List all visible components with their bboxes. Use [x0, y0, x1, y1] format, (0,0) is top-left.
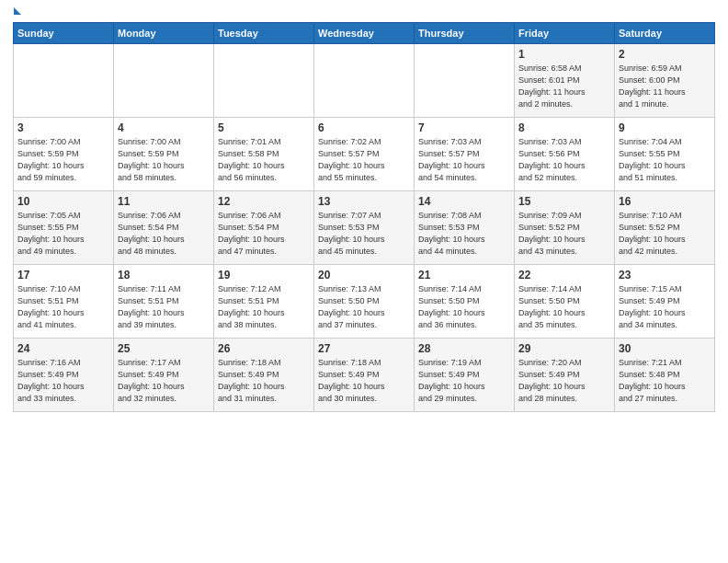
day-info: Sunrise: 7:03 AMSunset: 5:56 PMDaylight:… [518, 136, 610, 184]
day-info: Sunrise: 7:08 AMSunset: 5:53 PMDaylight:… [418, 210, 510, 258]
calendar-cell: 1Sunrise: 6:58 AMSunset: 6:01 PMDaylight… [515, 44, 615, 118]
day-number: 16 [619, 195, 711, 208]
day-info: Sunrise: 7:21 AMSunset: 5:48 PMDaylight:… [619, 357, 711, 405]
header [13, 9, 715, 15]
day-info: Sunrise: 7:09 AMSunset: 5:52 PMDaylight:… [518, 210, 610, 258]
day-number: 12 [218, 195, 310, 208]
day-number: 4 [118, 121, 210, 134]
day-info: Sunrise: 7:00 AMSunset: 5:59 PMDaylight:… [118, 136, 210, 184]
day-number: 18 [118, 269, 210, 282]
day-number: 30 [619, 342, 711, 355]
day-info: Sunrise: 7:01 AMSunset: 5:58 PMDaylight:… [218, 136, 310, 184]
calendar-cell [14, 44, 114, 118]
day-number: 8 [518, 121, 610, 134]
day-info: Sunrise: 7:18 AMSunset: 5:49 PMDaylight:… [218, 357, 310, 405]
day-info: Sunrise: 7:05 AMSunset: 5:55 PMDaylight:… [17, 210, 109, 258]
day-number: 15 [518, 195, 610, 208]
day-number: 24 [17, 342, 109, 355]
calendar-cell: 24Sunrise: 7:16 AMSunset: 5:49 PMDayligh… [14, 339, 114, 412]
calendar-cell: 20Sunrise: 7:13 AMSunset: 5:50 PMDayligh… [314, 265, 415, 339]
calendar-cell: 28Sunrise: 7:19 AMSunset: 5:49 PMDayligh… [415, 339, 515, 412]
day-number: 1 [518, 48, 610, 61]
calendar-cell: 10Sunrise: 7:05 AMSunset: 5:55 PMDayligh… [14, 191, 114, 265]
calendar-cell: 7Sunrise: 7:03 AMSunset: 5:57 PMDaylight… [415, 118, 515, 191]
day-info: Sunrise: 7:10 AMSunset: 5:52 PMDaylight:… [619, 210, 711, 258]
day-number: 25 [118, 342, 210, 355]
calendar-cell: 11Sunrise: 7:06 AMSunset: 5:54 PMDayligh… [114, 191, 214, 265]
col-header-thursday: Thursday [415, 23, 515, 44]
calendar-cell [214, 44, 314, 118]
day-info: Sunrise: 7:06 AMSunset: 5:54 PMDaylight:… [118, 210, 210, 258]
day-number: 20 [318, 269, 410, 282]
calendar-cell: 18Sunrise: 7:11 AMSunset: 5:51 PMDayligh… [114, 265, 214, 339]
day-number: 27 [318, 342, 410, 355]
col-header-tuesday: Tuesday [214, 23, 314, 44]
day-number: 21 [418, 269, 510, 282]
day-info: Sunrise: 6:59 AMSunset: 6:00 PMDaylight:… [619, 63, 711, 110]
day-info: Sunrise: 7:17 AMSunset: 5:49 PMDaylight:… [118, 357, 210, 405]
week-row-4: 17Sunrise: 7:10 AMSunset: 5:51 PMDayligh… [14, 265, 715, 339]
calendar-cell: 4Sunrise: 7:00 AMSunset: 5:59 PMDaylight… [114, 118, 214, 191]
day-info: Sunrise: 7:11 AMSunset: 5:51 PMDaylight:… [118, 283, 210, 331]
calendar-cell: 21Sunrise: 7:14 AMSunset: 5:50 PMDayligh… [415, 265, 515, 339]
calendar-cell: 19Sunrise: 7:12 AMSunset: 5:51 PMDayligh… [214, 265, 314, 339]
header-row: SundayMondayTuesdayWednesdayThursdayFrid… [14, 23, 715, 44]
calendar-cell: 30Sunrise: 7:21 AMSunset: 5:48 PMDayligh… [615, 339, 715, 412]
day-info: Sunrise: 7:13 AMSunset: 5:50 PMDaylight:… [318, 283, 410, 331]
day-number: 23 [619, 269, 711, 282]
calendar-cell: 5Sunrise: 7:01 AMSunset: 5:58 PMDaylight… [214, 118, 314, 191]
calendar-cell: 3Sunrise: 7:00 AMSunset: 5:59 PMDaylight… [14, 118, 114, 191]
calendar-cell: 12Sunrise: 7:06 AMSunset: 5:54 PMDayligh… [214, 191, 314, 265]
calendar-page: SundayMondayTuesdayWednesdayThursdayFrid… [0, 0, 728, 563]
day-number: 14 [418, 195, 510, 208]
day-info: Sunrise: 7:15 AMSunset: 5:49 PMDaylight:… [619, 283, 711, 331]
calendar-cell [114, 44, 214, 118]
day-number: 29 [518, 342, 610, 355]
calendar-cell: 29Sunrise: 7:20 AMSunset: 5:49 PMDayligh… [515, 339, 615, 412]
week-row-3: 10Sunrise: 7:05 AMSunset: 5:55 PMDayligh… [14, 191, 715, 265]
day-number: 6 [318, 121, 410, 134]
col-header-friday: Friday [515, 23, 615, 44]
day-number: 7 [418, 121, 510, 134]
day-number: 10 [17, 195, 109, 208]
calendar-cell: 22Sunrise: 7:14 AMSunset: 5:50 PMDayligh… [515, 265, 615, 339]
calendar-cell: 13Sunrise: 7:07 AMSunset: 5:53 PMDayligh… [314, 191, 415, 265]
calendar-cell: 14Sunrise: 7:08 AMSunset: 5:53 PMDayligh… [415, 191, 515, 265]
calendar-table: SundayMondayTuesdayWednesdayThursdayFrid… [13, 22, 715, 412]
day-info: Sunrise: 7:04 AMSunset: 5:55 PMDaylight:… [619, 136, 711, 184]
day-number: 2 [619, 48, 711, 61]
day-info: Sunrise: 7:19 AMSunset: 5:49 PMDaylight:… [418, 357, 510, 405]
day-info: Sunrise: 7:14 AMSunset: 5:50 PMDaylight:… [418, 283, 510, 331]
calendar-cell [314, 44, 415, 118]
day-number: 28 [418, 342, 510, 355]
calendar-cell: 26Sunrise: 7:18 AMSunset: 5:49 PMDayligh… [214, 339, 314, 412]
day-number: 19 [218, 269, 310, 282]
calendar-cell: 2Sunrise: 6:59 AMSunset: 6:00 PMDaylight… [615, 44, 715, 118]
day-info: Sunrise: 6:58 AMSunset: 6:01 PMDaylight:… [518, 63, 610, 110]
day-number: 13 [318, 195, 410, 208]
day-info: Sunrise: 7:02 AMSunset: 5:57 PMDaylight:… [318, 136, 410, 184]
calendar-cell: 27Sunrise: 7:18 AMSunset: 5:49 PMDayligh… [314, 339, 415, 412]
logo-triangle-icon [14, 7, 21, 15]
week-row-5: 24Sunrise: 7:16 AMSunset: 5:49 PMDayligh… [14, 339, 715, 412]
calendar-cell: 6Sunrise: 7:02 AMSunset: 5:57 PMDaylight… [314, 118, 415, 191]
day-number: 3 [17, 121, 109, 134]
day-info: Sunrise: 7:06 AMSunset: 5:54 PMDaylight:… [218, 210, 310, 258]
calendar-cell: 15Sunrise: 7:09 AMSunset: 5:52 PMDayligh… [515, 191, 615, 265]
day-number: 22 [518, 269, 610, 282]
day-info: Sunrise: 7:10 AMSunset: 5:51 PMDaylight:… [17, 283, 109, 331]
day-info: Sunrise: 7:18 AMSunset: 5:49 PMDaylight:… [318, 357, 410, 405]
calendar-cell: 23Sunrise: 7:15 AMSunset: 5:49 PMDayligh… [615, 265, 715, 339]
col-header-monday: Monday [114, 23, 214, 44]
day-info: Sunrise: 7:14 AMSunset: 5:50 PMDaylight:… [518, 283, 610, 331]
day-info: Sunrise: 7:20 AMSunset: 5:49 PMDaylight:… [518, 357, 610, 405]
day-info: Sunrise: 7:16 AMSunset: 5:49 PMDaylight:… [17, 357, 109, 405]
calendar-cell: 8Sunrise: 7:03 AMSunset: 5:56 PMDaylight… [515, 118, 615, 191]
calendar-cell: 25Sunrise: 7:17 AMSunset: 5:49 PMDayligh… [114, 339, 214, 412]
day-info: Sunrise: 7:12 AMSunset: 5:51 PMDaylight:… [218, 283, 310, 331]
calendar-cell: 17Sunrise: 7:10 AMSunset: 5:51 PMDayligh… [14, 265, 114, 339]
calendar-cell [415, 44, 515, 118]
day-info: Sunrise: 7:03 AMSunset: 5:57 PMDaylight:… [418, 136, 510, 184]
day-number: 11 [118, 195, 210, 208]
logo [13, 9, 21, 15]
